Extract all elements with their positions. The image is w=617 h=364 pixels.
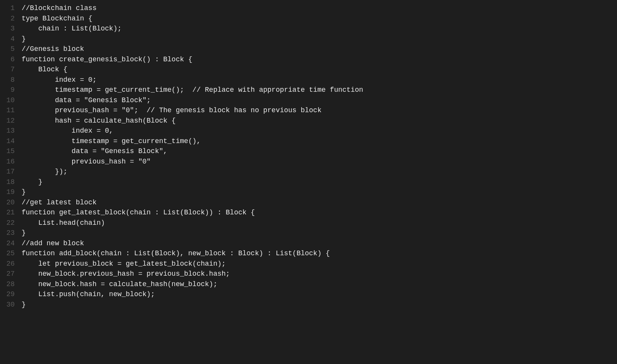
line-number: 1	[0, 3, 15, 13]
code-line[interactable]: //Blockchain class	[22, 3, 617, 13]
line-number: 15	[0, 146, 15, 157]
line-number: 24	[0, 238, 15, 249]
line-number: 10	[0, 95, 15, 106]
code-line[interactable]: new_block.hash = calculate_hash(new_bloc…	[22, 279, 617, 290]
line-number: 13	[0, 126, 15, 136]
code-line[interactable]: List.head(chain)	[22, 218, 617, 228]
code-line[interactable]: //Genesis block	[22, 44, 617, 54]
line-number: 26	[0, 259, 15, 269]
code-line[interactable]: });	[22, 167, 617, 177]
code-line[interactable]: function get_latest_block(chain : List(B…	[22, 207, 617, 218]
code-line[interactable]: }	[22, 187, 617, 197]
line-number: 2	[0, 13, 15, 24]
line-number: 11	[0, 105, 15, 116]
code-line[interactable]: index = 0,	[22, 126, 617, 136]
line-number: 14	[0, 136, 15, 147]
code-line[interactable]: index = 0;	[22, 75, 617, 85]
code-line[interactable]: List.push(chain, new_block);	[22, 289, 617, 300]
line-number: 25	[0, 248, 15, 259]
line-number: 27	[0, 269, 15, 279]
code-content[interactable]: //Blockchain classtype Blockchain { chai…	[19, 3, 617, 364]
code-line[interactable]: previous_hash = "0"	[22, 157, 617, 167]
line-number: 21	[0, 207, 15, 218]
line-number: 17	[0, 167, 15, 177]
code-editor[interactable]: 1234567891011121314151617181920212223242…	[0, 0, 617, 364]
line-number-gutter: 1234567891011121314151617181920212223242…	[0, 3, 19, 364]
code-line[interactable]: new_block.previous_hash = previous_block…	[22, 269, 617, 279]
line-number: 29	[0, 289, 15, 300]
line-number: 3	[0, 24, 15, 34]
code-line[interactable]: //get latest block	[22, 197, 617, 208]
code-line[interactable]: hash = calculate_hash(Block {	[22, 116, 617, 126]
code-line[interactable]: }	[22, 34, 617, 44]
line-number: 12	[0, 116, 15, 126]
line-number: 22	[0, 218, 15, 228]
code-line[interactable]: }	[22, 300, 617, 310]
line-number: 20	[0, 197, 15, 208]
line-number: 23	[0, 228, 15, 238]
code-line[interactable]: data = "Genesis Block";	[22, 95, 617, 106]
line-number: 19	[0, 187, 15, 197]
code-line[interactable]: function add_block(chain : List(Block), …	[22, 248, 617, 259]
code-line[interactable]: previous_hash = "0"; // The genesis bloc…	[22, 105, 617, 116]
line-number: 28	[0, 279, 15, 290]
line-number: 4	[0, 34, 15, 44]
code-line[interactable]: let previous_block = get_latest_block(ch…	[22, 259, 617, 269]
line-number: 8	[0, 75, 15, 85]
line-number: 9	[0, 85, 15, 95]
code-line[interactable]: timestamp = get_current_time(); // Repla…	[22, 85, 617, 95]
line-number: 18	[0, 177, 15, 187]
code-line[interactable]: Block {	[22, 64, 617, 75]
line-number: 6	[0, 54, 15, 65]
code-line[interactable]: type Blockchain {	[22, 13, 617, 24]
line-number: 7	[0, 64, 15, 75]
code-line[interactable]: function create_genesis_block() : Block …	[22, 54, 617, 65]
line-number: 30	[0, 300, 15, 310]
code-line[interactable]: data = "Genesis Block",	[22, 146, 617, 157]
line-number: 5	[0, 44, 15, 54]
line-number: 16	[0, 157, 15, 167]
code-line[interactable]: //add new block	[22, 238, 617, 249]
code-line[interactable]: }	[22, 177, 617, 187]
code-line[interactable]: timestamp = get_current_time(),	[22, 136, 617, 147]
code-line[interactable]: chain : List(Block);	[22, 24, 617, 34]
code-line[interactable]: }	[22, 228, 617, 238]
